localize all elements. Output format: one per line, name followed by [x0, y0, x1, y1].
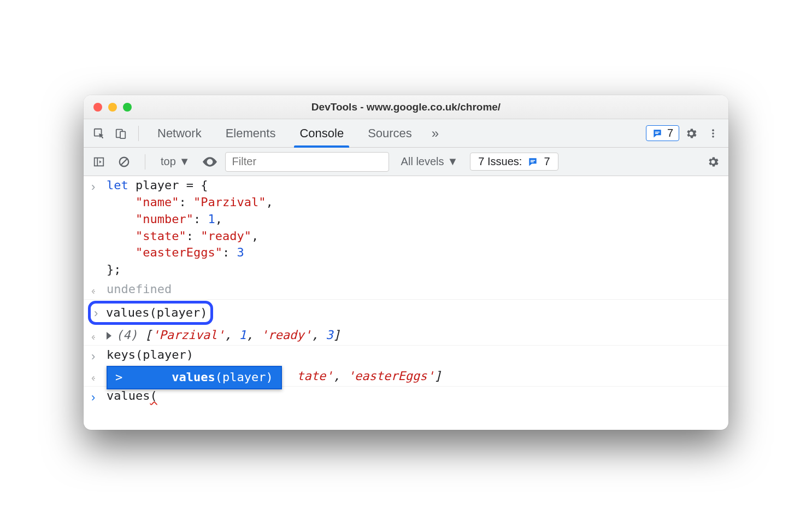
console-toolbar: top ▼ All levels ▼ 7 Issues: 7: [84, 148, 728, 176]
context-selector[interactable]: top ▼: [156, 153, 195, 170]
output-marker-icon: [91, 281, 107, 298]
message-icon: [652, 128, 663, 139]
inspect-icon[interactable]: [89, 124, 109, 143]
highlight-annotation: values(player): [88, 301, 213, 325]
console-output-row[interactable]: (4) ['Parzival', 1, 'ready', 3]: [84, 326, 728, 346]
autocomplete-rest: (player): [215, 370, 273, 384]
console-settings-gear-icon[interactable]: [703, 152, 723, 172]
chevron-down-icon: ▼: [448, 155, 458, 168]
console-prompt-row[interactable]: values(: [84, 387, 728, 408]
input-marker-icon: [91, 304, 106, 322]
array-output: (4) ['Parzival', 1, 'ready', 3]: [107, 327, 721, 344]
issues-button[interactable]: 7 Issues: 7: [470, 153, 558, 171]
code-block: let player = { "name": "Parzival", "numb…: [107, 177, 721, 278]
kebab-menu-icon[interactable]: [703, 124, 723, 143]
tab-elements[interactable]: Elements: [215, 119, 287, 147]
expand-triangle-icon[interactable]: [107, 332, 111, 340]
prompt-marker-icon: [91, 388, 107, 406]
divider: [145, 154, 145, 170]
autocomplete-popup[interactable]: > values(player): [107, 366, 282, 389]
input-marker-icon: [91, 177, 107, 278]
message-icon: [527, 156, 538, 167]
zoom-window-button[interactable]: [123, 103, 132, 112]
log-levels-selector[interactable]: All levels ▼: [395, 155, 465, 168]
messages-count: 7: [667, 127, 673, 139]
autocomplete-match: values: [172, 370, 215, 384]
console-input-row: let player = { "name": "Parzival", "numb…: [84, 176, 728, 280]
clear-console-icon[interactable]: [114, 152, 134, 172]
svg-rect-8: [95, 158, 104, 166]
console-output-row: undefined: [84, 280, 728, 300]
svg-point-5: [712, 129, 714, 131]
close-window-button[interactable]: [93, 103, 102, 112]
svg-point-12: [208, 160, 211, 163]
more-tabs-icon[interactable]: »: [425, 126, 445, 141]
prompt-input[interactable]: values(: [107, 388, 721, 406]
context-label: top: [161, 155, 176, 168]
tabs-bar: Network Elements Console Sources » 7: [84, 119, 728, 148]
output-marker-icon: [91, 368, 107, 385]
title-bar: DevTools - www.google.co.uk/chrome/: [84, 95, 728, 119]
autocomplete-marker: >: [115, 369, 122, 386]
tab-sources[interactable]: Sources: [357, 119, 423, 147]
minimize-window-button[interactable]: [108, 103, 117, 112]
svg-point-6: [712, 132, 714, 135]
console-input-row: keys(player): [84, 346, 728, 367]
issues-count: 7: [544, 155, 550, 168]
svg-line-11: [121, 159, 127, 165]
svg-rect-4: [655, 133, 658, 134]
levels-label: All levels: [401, 155, 444, 168]
sidebar-toggle-icon[interactable]: [89, 152, 109, 172]
svg-point-7: [712, 136, 714, 138]
svg-rect-3: [655, 131, 660, 132]
svg-rect-14: [531, 161, 534, 162]
undefined-output: undefined: [107, 281, 721, 298]
tab-console[interactable]: Console: [289, 119, 355, 147]
tab-network[interactable]: Network: [146, 119, 213, 147]
console-output-row[interactable]: (4) ['name', 'number', 'state', 'easterE…: [84, 367, 728, 387]
device-toggle-icon[interactable]: [111, 124, 131, 143]
divider: [138, 126, 139, 141]
messages-badge[interactable]: 7: [646, 125, 679, 141]
devtools-window: DevTools - www.google.co.uk/chrome/ Netw…: [84, 95, 728, 430]
issues-label: 7 Issues:: [478, 155, 522, 168]
filter-input[interactable]: [225, 152, 389, 172]
chevron-down-icon: ▼: [179, 155, 190, 168]
settings-gear-icon[interactable]: [681, 124, 701, 143]
code-line: values(player): [106, 305, 207, 322]
svg-rect-2: [120, 131, 125, 138]
code-line: keys(player): [107, 347, 721, 365]
console-output: let player = { "name": "Parzival", "numb…: [84, 176, 728, 430]
eye-icon[interactable]: [200, 152, 220, 172]
svg-rect-13: [531, 160, 535, 161]
window-controls: [84, 103, 132, 112]
output-marker-icon: [91, 327, 107, 344]
input-marker-icon: [91, 347, 107, 365]
highlighted-history-row: values(player): [84, 300, 728, 326]
window-title: DevTools - www.google.co.uk/chrome/: [84, 101, 728, 113]
